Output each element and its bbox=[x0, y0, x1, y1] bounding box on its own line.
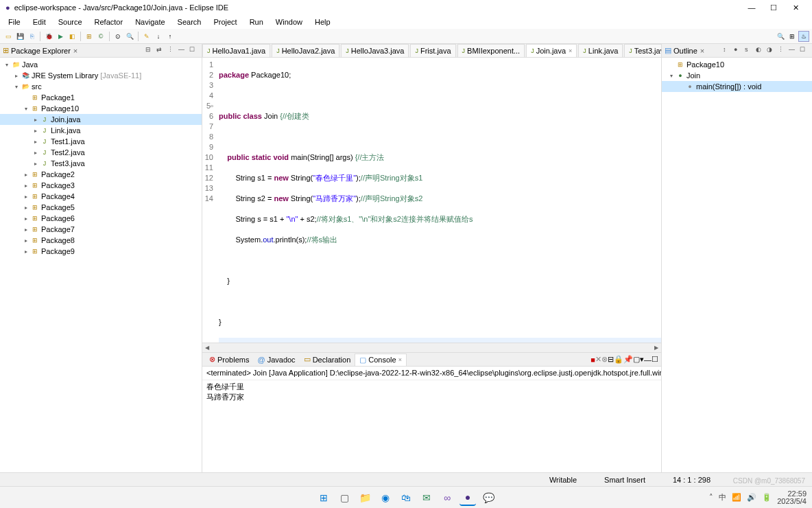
open-perspective-icon[interactable]: ⊞ bbox=[787, 31, 798, 42]
tab-problems[interactable]: ⊗Problems bbox=[205, 354, 253, 365]
tree-jre[interactable]: ▸📚 JRE System Library [JavaSE-11] bbox=[0, 70, 202, 81]
tree-project[interactable]: ▾📁Java bbox=[0, 59, 202, 70]
pin-console-icon[interactable]: 📌 bbox=[623, 355, 633, 364]
maximize-outline-icon[interactable]: ☐ bbox=[800, 46, 809, 56]
close-console-icon[interactable]: × bbox=[398, 356, 402, 363]
explorer-icon[interactable]: 📁 bbox=[357, 489, 373, 506]
menu-file[interactable]: File bbox=[3, 16, 26, 27]
tree-package10[interactable]: ▾⊞Package10 bbox=[0, 103, 202, 114]
new-class-icon[interactable]: © bbox=[95, 31, 106, 42]
tab-hellojava1[interactable]: JHelloJava1.java bbox=[202, 44, 270, 57]
tree-src[interactable]: ▾📂src bbox=[0, 81, 202, 92]
menu-refactor[interactable]: Refactor bbox=[89, 16, 129, 27]
open-type-icon[interactable]: ⊙ bbox=[112, 31, 123, 42]
package-tree[interactable]: ▾📁Java ▸📚 JRE System Library [JavaSE-11]… bbox=[0, 58, 202, 472]
menu-help[interactable]: Help bbox=[309, 16, 336, 27]
tray-volume-icon[interactable]: 🔊 bbox=[747, 493, 756, 502]
tree-package7[interactable]: ▸⊞Package7 bbox=[0, 224, 202, 235]
code-editor[interactable]: 1234 5▫678 9101112 1314 package Package1… bbox=[202, 58, 661, 343]
outline-tree[interactable]: ⊞Package10 ▾●Join ●main(String[]) : void bbox=[662, 58, 812, 472]
code-content[interactable]: package Package10; public class Join {//… bbox=[216, 58, 661, 343]
sort-icon[interactable]: ↕ bbox=[723, 46, 732, 56]
prev-annotation-icon[interactable]: ↑ bbox=[165, 31, 176, 42]
minimize-button[interactable]: — bbox=[741, 3, 763, 12]
tree-file-test1[interactable]: ▸JTest1.java bbox=[0, 136, 202, 147]
tree-package6[interactable]: ▸⊞Package6 bbox=[0, 213, 202, 224]
tree-package5[interactable]: ▸⊞Package5 bbox=[0, 202, 202, 213]
eclipse-taskbar-icon[interactable]: ● bbox=[459, 489, 476, 506]
outline-class[interactable]: ▾●Join bbox=[662, 70, 812, 81]
vs-icon[interactable]: ∞ bbox=[439, 489, 455, 506]
store-icon[interactable]: 🛍 bbox=[398, 489, 414, 506]
menu-navigate[interactable]: Navigate bbox=[130, 16, 170, 27]
tree-package9[interactable]: ▸⊞Package9 bbox=[0, 246, 202, 257]
start-icon[interactable]: ⊞ bbox=[315, 489, 332, 506]
close-tab-icon[interactable]: × bbox=[569, 47, 572, 54]
tree-file-link[interactable]: ▸JLink.java bbox=[0, 125, 202, 136]
tree-file-test2[interactable]: ▸JTest2.java bbox=[0, 147, 202, 158]
save-icon[interactable]: 💾 bbox=[14, 31, 25, 42]
display-console-icon[interactable]: ▢ bbox=[633, 355, 640, 364]
tab-declaration[interactable]: ▭Declaration bbox=[300, 354, 355, 365]
minimize-outline-icon[interactable]: — bbox=[789, 46, 798, 56]
menu-project[interactable]: Project bbox=[208, 16, 242, 27]
menu-source[interactable]: Source bbox=[53, 16, 88, 27]
editor-hscroll[interactable]: ◀▶ bbox=[202, 343, 661, 352]
tree-package3[interactable]: ▸⊞Package3 bbox=[0, 180, 202, 191]
quick-access-icon[interactable]: 🔍 bbox=[775, 31, 786, 42]
close-button[interactable]: ✕ bbox=[785, 3, 807, 12]
collapse-all-icon[interactable]: ⊟ bbox=[145, 46, 155, 56]
menu-run[interactable]: Run bbox=[244, 16, 269, 27]
run-icon[interactable]: ▶ bbox=[55, 31, 66, 42]
tab-frist[interactable]: JFrist.java bbox=[410, 44, 455, 57]
tab-console[interactable]: ▢Console× bbox=[355, 354, 407, 366]
maximize-view-icon[interactable]: ☐ bbox=[189, 46, 199, 56]
toggle-mark-icon[interactable]: ✎ bbox=[141, 31, 152, 42]
tab-hellojava2[interactable]: JHelloJava2.java bbox=[272, 44, 339, 57]
link-editor-icon[interactable]: ⇄ bbox=[156, 46, 166, 56]
view-menu-icon[interactable]: ⋮ bbox=[167, 46, 177, 56]
tree-file-test3[interactable]: ▸JTest3.java bbox=[0, 158, 202, 169]
remove-launch-icon[interactable]: ✕ bbox=[595, 355, 601, 364]
console-output[interactable]: 春色绿千里 马蹄香万家 bbox=[202, 380, 661, 472]
close-outline-icon[interactable]: × bbox=[700, 47, 704, 55]
tab-bmi[interactable]: JBMIIexponent... bbox=[457, 44, 525, 57]
tab-link[interactable]: JLink.java bbox=[578, 44, 623, 57]
tab-hellojava3[interactable]: JHelloJava3.java bbox=[341, 44, 409, 57]
tab-join[interactable]: JJoin.java× bbox=[526, 44, 577, 57]
save-all-icon[interactable]: ⎘ bbox=[26, 31, 37, 42]
remove-all-icon[interactable]: ⊗ bbox=[601, 355, 608, 364]
new-icon[interactable]: ▭ bbox=[3, 31, 14, 42]
close-view-icon[interactable]: × bbox=[73, 47, 77, 55]
tray-chevron-icon[interactable]: ˄ bbox=[709, 493, 713, 502]
tab-test3[interactable]: JTest3.java bbox=[624, 44, 661, 57]
menu-search[interactable]: Search bbox=[172, 16, 207, 27]
wechat-icon[interactable]: 💬 bbox=[480, 489, 497, 506]
new-package-icon[interactable]: ⊞ bbox=[84, 31, 95, 42]
scroll-lock-icon[interactable]: 🔒 bbox=[614, 355, 623, 364]
terminate-icon[interactable]: ■ bbox=[590, 356, 595, 364]
maximize-button[interactable]: ☐ bbox=[763, 3, 785, 12]
minimize-bottom-icon[interactable]: — bbox=[644, 356, 652, 364]
tree-package1[interactable]: ⊞Package1 bbox=[0, 92, 202, 103]
tab-javadoc[interactable]: @Javadoc bbox=[253, 354, 299, 365]
tree-file-join[interactable]: ▸JJoin.java bbox=[0, 114, 202, 125]
outline-method-main[interactable]: ●main(String[]) : void bbox=[662, 81, 812, 92]
hide-non-public-icon[interactable]: ◐ bbox=[756, 46, 765, 56]
maximize-bottom-icon[interactable]: ☐ bbox=[652, 355, 658, 364]
menu-edit[interactable]: Edit bbox=[27, 16, 51, 27]
hide-static-icon[interactable]: s bbox=[745, 46, 754, 56]
outline-package[interactable]: ⊞Package10 bbox=[662, 59, 812, 70]
tray-ime-icon[interactable]: 中 bbox=[719, 492, 726, 503]
hide-local-icon[interactable]: ◑ bbox=[767, 46, 776, 56]
clear-console-icon[interactable]: ⊟ bbox=[608, 355, 614, 364]
search-icon[interactable]: 🔍 bbox=[124, 31, 135, 42]
edge-icon[interactable]: ◉ bbox=[377, 489, 394, 506]
hide-fields-icon[interactable]: ● bbox=[734, 46, 743, 56]
tree-package4[interactable]: ▸⊞Package4 bbox=[0, 191, 202, 202]
java-perspective-icon[interactable]: ♨ bbox=[798, 31, 809, 42]
tray-wifi-icon[interactable]: 📶 bbox=[732, 493, 741, 502]
coverage-icon[interactable]: ◧ bbox=[67, 31, 77, 42]
outline-menu-icon[interactable]: ⋮ bbox=[778, 46, 787, 56]
mail-icon[interactable]: ✉ bbox=[418, 489, 435, 506]
